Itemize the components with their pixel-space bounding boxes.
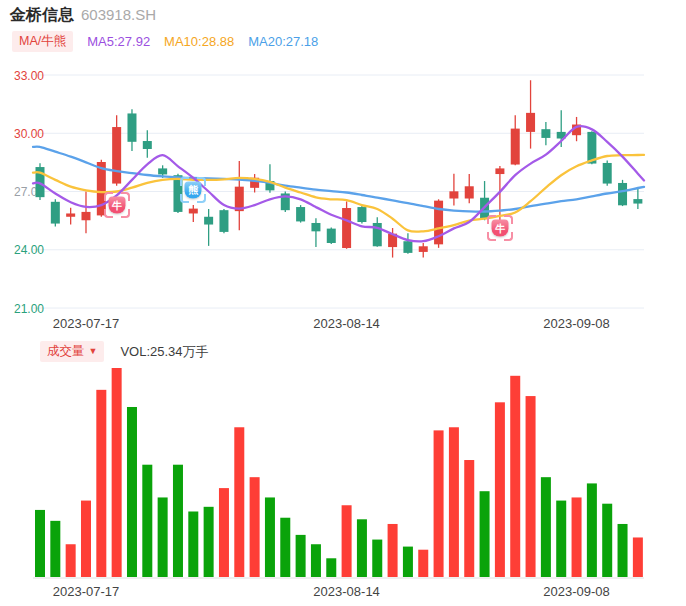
volume-bar: [434, 430, 444, 577]
volume-readout: VOL:25.34万手: [120, 343, 208, 361]
volume-bar: [541, 477, 551, 577]
x-axis-date-label: 2023-09-08: [543, 584, 610, 599]
indicator-legend: MA/牛熊 MA5:27.92 MA10:28.88 MA20:27.18: [12, 31, 318, 52]
candle-body: [357, 207, 366, 222]
candle-body: [403, 241, 412, 253]
volume-bar: [66, 544, 76, 577]
candle-body: [419, 246, 428, 252]
candle-body: [449, 191, 458, 198]
volume-bar: [112, 368, 122, 577]
candle-body: [158, 168, 167, 174]
volume-indicator-selector[interactable]: 成交量 ▼: [40, 341, 104, 362]
volume-bar: [173, 465, 183, 577]
candle-body: [603, 163, 612, 184]
candle-body: [66, 213, 75, 216]
volume-bar: [142, 465, 152, 577]
bull-signal-marker[interactable]: 牛: [487, 215, 513, 241]
ma10-value: MA10:28.88: [164, 34, 234, 49]
candle-body: [296, 207, 305, 221]
volume-bar: [388, 524, 398, 577]
candle-body: [342, 208, 351, 248]
volume-bar: [510, 376, 520, 577]
candle-body: [541, 129, 550, 138]
candle-body: [311, 223, 320, 231]
dropdown-arrow-icon: ▼: [89, 347, 98, 356]
x-axis-date-label: 2023-07-17: [53, 316, 120, 331]
candle-body: [112, 127, 121, 184]
ma5-line: [33, 126, 644, 241]
volume-bar: [372, 540, 382, 577]
ma20-value: MA20:27.18: [248, 34, 318, 49]
volume-bar: [280, 518, 290, 577]
candle-body: [633, 199, 642, 203]
volume-bar: [526, 396, 536, 577]
stock-name: 金桥信息: [10, 5, 74, 26]
header: 金桥信息 603918.SH: [10, 5, 156, 26]
candle-body: [526, 113, 535, 132]
ma-indicator-selector[interactable]: MA/牛熊: [12, 31, 73, 52]
y-axis-label: 33.00: [14, 69, 44, 83]
candle-body: [465, 186, 474, 198]
volume-bar: [480, 491, 490, 577]
x-axis-date-label: 2023-08-14: [313, 316, 380, 331]
volume-bar: [633, 537, 643, 577]
candle-body: [204, 217, 213, 225]
volume-bar: [357, 519, 367, 577]
ma5-value: MA5:27.92: [87, 34, 150, 49]
candle-body: [219, 210, 228, 232]
volume-pane-header: 成交量 ▼ VOL:25.34万手: [40, 341, 209, 362]
candle-body: [511, 129, 520, 165]
volume-bar: [250, 477, 260, 577]
volume-bar: [572, 497, 582, 577]
bull-shield-icon: 牛: [108, 197, 125, 214]
volume-bar: [464, 460, 474, 577]
candle-body: [81, 212, 90, 220]
volume-bar: [602, 504, 612, 577]
x-axis-date-label: 2023-08-14: [313, 584, 380, 599]
bull-signal-marker[interactable]: 牛: [104, 192, 130, 218]
candle-body: [327, 229, 336, 243]
x-axis-date-label: 2023-07-17: [53, 584, 120, 599]
volume-bar: [96, 390, 106, 577]
volume-bar: [35, 510, 45, 577]
volume-bar: [188, 511, 198, 577]
volume-bar: [495, 402, 505, 577]
bear-shield-icon: 熊: [185, 181, 202, 198]
volume-bar: [81, 501, 91, 577]
volume-bar: [587, 483, 597, 577]
kline-and-volume-chart[interactable]: 33.0030.0027.0024.0021.002023-07-172023-…: [0, 0, 686, 606]
stock-chart-screen: 金桥信息 603918.SH MA/牛熊 MA5:27.92 MA10:28.8…: [0, 0, 686, 606]
y-axis-label: 21.00: [14, 302, 44, 316]
candle-body: [127, 113, 136, 141]
volume-bar: [296, 535, 306, 577]
bull-shield-icon: 牛: [491, 220, 508, 237]
y-axis-label: 30.00: [14, 127, 44, 141]
candle-body: [189, 209, 198, 214]
volume-selector-label: 成交量: [47, 343, 85, 360]
volume-bar: [418, 550, 428, 577]
x-axis-date-label: 2023-09-08: [543, 316, 610, 331]
volume-bar: [311, 544, 321, 577]
volume-bar: [127, 407, 137, 577]
volume-bar: [342, 505, 352, 577]
volume-bar: [234, 427, 244, 577]
volume-bar: [265, 497, 275, 577]
bear-signal-marker[interactable]: 熊: [180, 177, 206, 203]
y-axis-label: 24.00: [14, 243, 44, 257]
volume-bar: [326, 558, 336, 577]
stock-code: 603918.SH: [81, 6, 156, 23]
volume-bar: [219, 488, 229, 577]
volume-bar: [158, 497, 168, 577]
candle-body: [143, 141, 152, 149]
candle-body: [51, 202, 60, 224]
volume-bar: [204, 507, 214, 577]
volume-bar: [618, 524, 628, 577]
volume-bar: [50, 521, 60, 577]
candle-body: [495, 168, 504, 174]
volume-bar: [403, 547, 413, 577]
volume-bar: [556, 501, 566, 577]
volume-bar: [449, 427, 459, 577]
candle-body: [618, 183, 627, 205]
